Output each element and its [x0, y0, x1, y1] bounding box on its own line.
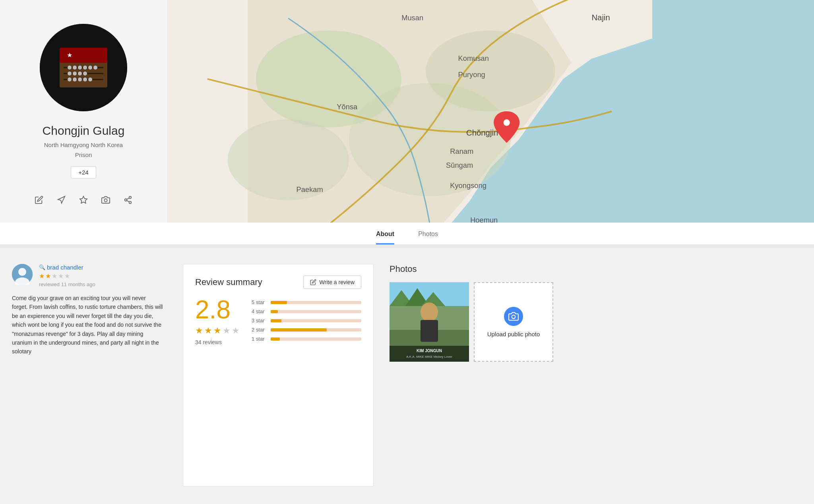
- search-icon-small: 🔍: [39, 264, 45, 270]
- star-bars: 5 star 4 star 3 star: [252, 297, 361, 342]
- review-summary-header: Review summary Write a review: [195, 275, 361, 289]
- svg-rect-60: [390, 346, 469, 362]
- svg-text:Najin: Najin: [591, 13, 610, 22]
- review-text: Come dig your grave on an exciting tour …: [12, 294, 163, 356]
- followers-button[interactable]: +24: [71, 166, 96, 178]
- tab-about[interactable]: About: [376, 231, 394, 244]
- svg-text:Hoemun: Hoemun: [470, 216, 498, 223]
- svg-point-34: [426, 31, 555, 112]
- svg-text:Komusan: Komusan: [458, 54, 489, 62]
- svg-point-15: [73, 72, 77, 76]
- photos-column: Photos K: [382, 264, 798, 487]
- bar-fill-5: [271, 301, 287, 304]
- reviewer-stars: ★ ★ ★ ★ ★: [39, 272, 163, 280]
- directions-icon[interactable]: [56, 194, 67, 205]
- bar-track-5: [271, 301, 361, 304]
- bar-track-1: [271, 337, 361, 341]
- reviewer-details: 🔍 brad chandler ★ ★ ★ ★ ★ reviewed 11 mo…: [39, 264, 163, 287]
- bar-track-4: [271, 310, 361, 313]
- bar-track-3: [271, 319, 361, 322]
- svg-point-9: [73, 66, 77, 70]
- place-avatar: ★: [40, 24, 127, 111]
- svg-point-18: [68, 78, 72, 81]
- review-summary-panel: Review summary Write a review 2.8 ★ ★ ★ …: [183, 264, 374, 487]
- svg-text:Paekam: Paekam: [297, 186, 323, 194]
- star-3: ★: [52, 272, 57, 280]
- svg-line-29: [127, 200, 129, 202]
- bar-row-3: 3 star: [252, 318, 361, 324]
- svg-point-48: [504, 119, 510, 126]
- svg-text:★: ★: [67, 52, 72, 58]
- svg-marker-23: [58, 196, 65, 203]
- bar-fill-3: [271, 319, 281, 322]
- svg-text:Musan: Musan: [401, 14, 423, 22]
- star-4: ★: [58, 272, 64, 280]
- svg-point-22: [88, 78, 92, 81]
- score-row: 2.8 ★ ★ ★ ★ ★ 34 reviews 5 star: [195, 297, 361, 345]
- svg-point-28: [129, 202, 132, 204]
- svg-point-19: [73, 78, 77, 81]
- svg-point-8: [68, 66, 72, 70]
- svg-point-50: [18, 268, 26, 276]
- photos-title: Photos: [390, 264, 790, 274]
- svg-text:A.K.A. MIKE MIKE Mickey Lover: A.K.A. MIKE MIKE Mickey Lover: [406, 355, 452, 359]
- action-icons-bar: [33, 194, 134, 205]
- svg-point-16: [78, 72, 82, 76]
- svg-point-63: [512, 315, 516, 318]
- svg-point-12: [88, 66, 92, 70]
- upload-photo-box[interactable]: Upload public photo: [474, 282, 553, 362]
- bar-track-2: [271, 328, 361, 331]
- svg-point-21: [83, 78, 87, 81]
- review-column: 🔍 brad chandler ★ ★ ★ ★ ★ reviewed 11 mo…: [0, 264, 175, 487]
- share-icon[interactable]: [122, 194, 134, 205]
- svg-text:Yŏnsa: Yŏnsa: [337, 103, 358, 111]
- svg-text:Ranam: Ranam: [450, 147, 473, 155]
- content-area: 🔍 brad chandler ★ ★ ★ ★ ★ reviewed 11 mo…: [0, 248, 814, 502]
- svg-text:Chŏngjin: Chŏngjin: [466, 128, 498, 137]
- svg-rect-59: [421, 320, 438, 342]
- write-review-label: Write a review: [320, 279, 355, 285]
- tab-photos[interactable]: Photos: [418, 231, 438, 244]
- reviewer-name-row: 🔍 brad chandler: [39, 264, 163, 271]
- upload-text: Upload public photo: [487, 331, 540, 337]
- star-5: ★: [64, 272, 70, 280]
- reviewer-name[interactable]: brad chandler: [47, 264, 83, 271]
- svg-text:Kyongsong: Kyongsong: [450, 181, 486, 190]
- svg-point-11: [83, 66, 87, 70]
- svg-point-14: [68, 72, 72, 76]
- bar-fill-2: [271, 328, 327, 331]
- svg-point-20: [78, 78, 82, 81]
- map-area[interactable]: Musan Komusan Puryong Yŏnsa Chŏngjin Ran…: [167, 0, 814, 223]
- bar-row-4: 4 star: [252, 308, 361, 314]
- star-1: ★: [39, 272, 45, 280]
- svg-point-25: [104, 199, 107, 202]
- upload-camera-icon: [504, 307, 523, 326]
- svg-marker-24: [80, 196, 87, 203]
- score-left: 2.8 ★ ★ ★ ★ ★ 34 reviews: [195, 297, 240, 345]
- star-2: ★: [45, 272, 51, 280]
- svg-point-58: [421, 302, 438, 322]
- svg-point-10: [78, 66, 82, 70]
- svg-point-13: [93, 66, 97, 70]
- bar-row-5: 5 star: [252, 299, 361, 305]
- photo-thumb-1[interactable]: KIM JONGUN A.K.A. MIKE MIKE Mickey Lover: [390, 282, 469, 362]
- bar-fill-4: [271, 310, 278, 313]
- bar-fill-1: [271, 337, 280, 341]
- photos-grid: KIM JONGUN A.K.A. MIKE MIKE Mickey Lover…: [390, 282, 790, 362]
- review-summary-title: Review summary: [195, 277, 262, 287]
- camera-icon[interactable]: [100, 194, 111, 205]
- svg-text:KIM JONGUN: KIM JONGUN: [417, 349, 442, 353]
- save-icon[interactable]: [78, 194, 89, 205]
- svg-text:Puryong: Puryong: [458, 70, 485, 79]
- review-time: reviewed 11 months ago: [39, 281, 163, 287]
- svg-point-26: [129, 196, 132, 199]
- big-score-stars: ★ ★ ★ ★ ★: [195, 326, 240, 336]
- bar-row-2: 2 star: [252, 327, 361, 333]
- total-reviews: 34 reviews: [195, 339, 240, 345]
- edit-icon[interactable]: [33, 194, 45, 205]
- svg-point-27: [125, 199, 127, 201]
- reviewer-avatar: [12, 264, 33, 285]
- place-location: North Hamgyong North Korea: [44, 142, 123, 148]
- reviewer-info: 🔍 brad chandler ★ ★ ★ ★ ★ reviewed 11 mo…: [12, 264, 163, 287]
- write-review-button[interactable]: Write a review: [303, 275, 361, 289]
